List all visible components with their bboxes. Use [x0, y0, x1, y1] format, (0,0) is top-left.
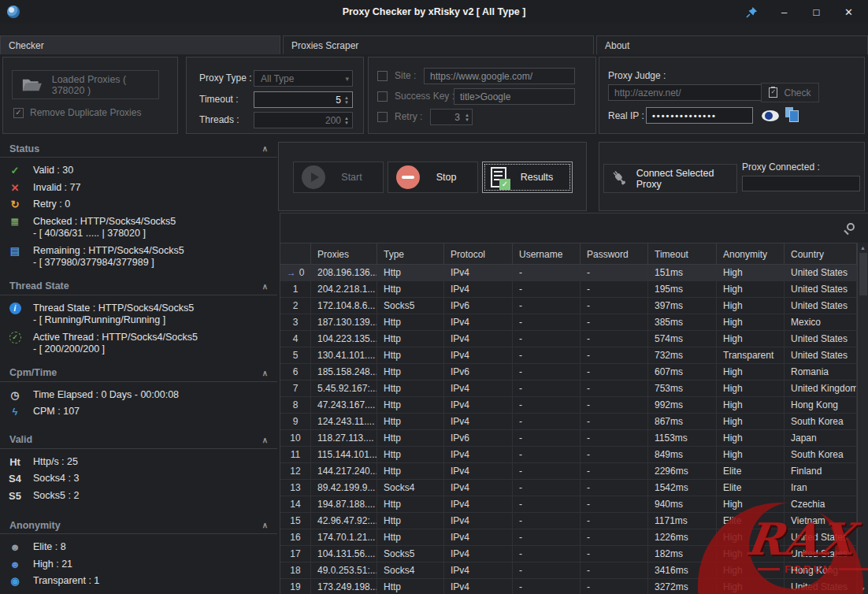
- spin-down-icon[interactable]: ▼: [344, 100, 349, 105]
- table-row[interactable]: 16174.70.1.21...HttpIPv4--1226msHighUnit…: [280, 529, 857, 546]
- chevron-up-icon[interactable]: ∧: [262, 144, 268, 153]
- table-row[interactable]: 17104.131.56....Socks5IPv4--182msHighUni…: [280, 546, 857, 562]
- table-row[interactable]: 19173.249.198...HttpIPv4--3272msHighUnit…: [280, 579, 857, 594]
- chevron-up-icon[interactable]: ∧: [262, 282, 268, 291]
- table-row[interactable]: 75.45.92.167:...HttpIPv4--753msHighUnite…: [280, 381, 857, 397]
- eye-icon[interactable]: [762, 110, 779, 121]
- cell-proxies: 89.42.199.9...: [311, 480, 377, 496]
- table-row[interactable]: 2172.104.8.6...Socks5IPv6--397msHighUnit…: [280, 298, 857, 314]
- retry-stepper[interactable]: 3 ▲ ▼: [430, 109, 473, 125]
- table-row[interactable]: 1849.0.253.51:...Socks4IPv4--3416msHighH…: [280, 562, 857, 579]
- section-title: Status: [9, 143, 39, 154]
- spin-down-icon[interactable]: ▼: [344, 121, 349, 125]
- section-items: ☻Elite : 8☻High : 21◉Transparent : 1: [0, 534, 277, 592]
- selected-row-arrow-icon: →: [287, 267, 296, 280]
- success-key-checkbox[interactable]: [377, 91, 388, 102]
- minimize-button[interactable]: –: [768, 0, 800, 24]
- column-header-password[interactable]: Password: [581, 243, 648, 265]
- section-header-valid[interactable]: Valid∧: [0, 432, 277, 449]
- column-header-anonymity[interactable]: Anonymity: [717, 243, 785, 265]
- proxy-type-select[interactable]: All Type ▾: [254, 70, 353, 87]
- cell-password: -: [581, 430, 648, 447]
- start-button[interactable]: Start: [293, 161, 384, 193]
- table-row[interactable]: 10118.27.113....HttpIPv6--1153msHighJapa…: [280, 430, 857, 447]
- table-row[interactable]: 12144.217.240...HttpIPv4--2296msEliteFin…: [280, 463, 857, 480]
- cell-type: Http: [377, 381, 444, 397]
- table-row[interactable]: 5130.41.101....HttpIPv4--732msTransparen…: [280, 347, 857, 364]
- spinner-arrows-icon[interactable]: ▲ ▼: [344, 95, 349, 105]
- side-item-text: Http/s : 25: [33, 456, 78, 469]
- check-button[interactable]: Check: [761, 83, 819, 102]
- threads-value: 200: [261, 115, 344, 126]
- connect-selected-proxy-button[interactable]: Connect Selected Proxy: [603, 164, 737, 193]
- table-row[interactable]: 847.243.167....HttpIPv4--992msHighHong K…: [280, 397, 857, 414]
- spinner-arrows-icon[interactable]: ▲ ▼: [465, 113, 469, 122]
- close-button[interactable]: ✕: [833, 0, 865, 24]
- proxy-judge-input[interactable]: http://azenv.net/: [608, 84, 762, 101]
- site-input[interactable]: https://www.google.com/: [424, 68, 575, 84]
- spin-down-icon[interactable]: ▼: [465, 117, 469, 122]
- vertical-scrollbar[interactable]: ▲ ▼: [857, 243, 868, 594]
- cell-protocol: IPv4: [444, 579, 513, 594]
- cell-protocol: IPv6: [444, 364, 513, 381]
- chevron-up-icon[interactable]: ∧: [262, 521, 268, 529]
- scroll-down-icon[interactable]: ▼: [860, 586, 866, 592]
- title-bar[interactable]: Proxy Checker by xRisky v2 [ All Type ] …: [0, 0, 868, 24]
- section-header-thread-state[interactable]: Thread State∧: [0, 278, 277, 295]
- table-row[interactable]: 9124.243.11....HttpIPv4--867msHighSouth …: [280, 414, 857, 430]
- column-header-type[interactable]: Type: [377, 243, 444, 265]
- chevron-up-icon[interactable]: ∧: [262, 436, 268, 444]
- table-row[interactable]: 4104.223.135...HttpIPv4--574msHighUnited…: [280, 331, 857, 347]
- table-row[interactable]: 1542.96.47.92:...HttpIPv4--1171msEliteVi…: [280, 513, 857, 529]
- tab-checker[interactable]: Checker: [0, 35, 280, 54]
- remove-duplicates-checkbox[interactable]: ✓: [13, 108, 24, 118]
- column-header-index[interactable]: [280, 243, 311, 265]
- column-header-country[interactable]: Country: [785, 243, 857, 265]
- results-button[interactable]: ✓ Results: [482, 161, 573, 193]
- table-row[interactable]: →0208.196.136...HttpIPv4--151msHighUnite…: [280, 265, 857, 281]
- timeout-stepper[interactable]: 5 ▲ ▼: [254, 91, 353, 108]
- row-index: 14: [290, 499, 300, 512]
- column-header-protocol[interactable]: Protocol: [444, 243, 513, 265]
- row-index-cell: 18: [280, 562, 311, 579]
- maximize-button[interactable]: □: [800, 0, 833, 24]
- column-header-timeout[interactable]: Timeout: [648, 243, 717, 265]
- tab-about[interactable]: About: [596, 35, 868, 54]
- spinner-arrows-icon[interactable]: ▲ ▼: [344, 116, 349, 125]
- table-row[interactable]: 1204.2.218.1...HttpIPv4--195msHighUnited…: [280, 281, 857, 298]
- section-header-anonymity[interactable]: Anonymity∧: [0, 517, 277, 534]
- section-header-cpm-time[interactable]: Cpm/Time∧: [0, 365, 277, 382]
- row-index: 9: [293, 416, 299, 429]
- table-row[interactable]: 11115.144.101...HttpIPv4--849msHighSouth…: [280, 447, 857, 463]
- success-key-input[interactable]: title>Google: [454, 88, 575, 105]
- column-header-username[interactable]: Username: [513, 243, 581, 265]
- cell-password: -: [581, 414, 648, 430]
- scroll-up-icon[interactable]: ▲: [860, 245, 866, 251]
- threads-stepper[interactable]: 200 ▲ ▼: [254, 112, 353, 128]
- stop-button[interactable]: Stop: [388, 161, 478, 193]
- section-header-status[interactable]: Status∧: [0, 140, 277, 158]
- retry-checkbox[interactable]: [377, 112, 388, 122]
- column-header-proxies[interactable]: Proxies: [311, 243, 377, 265]
- table-row[interactable]: 3187.130.139...HttpIPv4--385msHighMexico: [280, 314, 857, 331]
- table-row[interactable]: 14194.87.188....HttpIPv4--940msHighCzech…: [280, 496, 857, 513]
- table-row[interactable]: 1389.42.199.9...Socks4IPv4--1542msEliteI…: [280, 480, 857, 496]
- cell-password: -: [581, 562, 648, 579]
- chevron-up-icon[interactable]: ∧: [262, 369, 268, 377]
- proxy-connected-input[interactable]: [742, 176, 860, 191]
- section-cpm-time: Cpm/Time∧◷Time Elapsed : 0 Days - 00:00:…: [0, 365, 277, 422]
- cell-username: -: [513, 331, 581, 347]
- search-icon[interactable]: [847, 223, 855, 231]
- section-anonymity: Anonymity∧☻Elite : 8☻High : 21◉Transpare…: [0, 517, 277, 592]
- copy-icon[interactable]: [785, 107, 799, 121]
- checked-list-icon: ≣: [8, 216, 22, 228]
- site-checkbox[interactable]: [377, 71, 388, 81]
- table-row[interactable]: 6185.158.248...HttpIPv6--607msHighRomani…: [280, 364, 857, 381]
- pin-button[interactable]: [736, 0, 768, 24]
- chevron-down-icon[interactable]: ▾: [345, 75, 349, 83]
- scrollbar-thumb[interactable]: [859, 253, 867, 295]
- real-ip-field[interactable]: ••••••••••••••: [646, 107, 753, 124]
- cell-proxies: 172.104.8.6...: [311, 298, 377, 314]
- loaded-proxies-button[interactable]: Loaded Proxies ( 378020 ): [12, 70, 159, 99]
- tab-proxies-scraper[interactable]: Proxies Scraper: [283, 35, 594, 54]
